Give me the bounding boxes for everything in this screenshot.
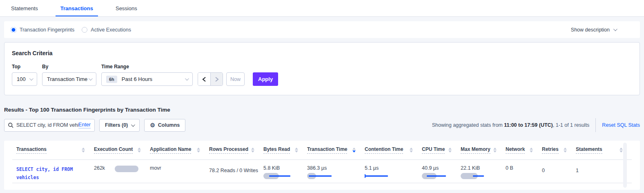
by-select[interactable]: Transaction Time bbox=[42, 72, 96, 86]
sort-icon[interactable] bbox=[619, 148, 623, 153]
bytes-read-bar bbox=[263, 173, 293, 180]
table-scrollbar[interactable] bbox=[623, 143, 627, 188]
tab-transactions[interactable]: Transactions bbox=[60, 0, 94, 16]
sort-icon[interactable] bbox=[352, 148, 356, 153]
cell-bytes-read: 5.8 KiB bbox=[263, 160, 307, 183]
chevron-down-icon bbox=[131, 123, 135, 127]
top-field: Top 100 bbox=[12, 64, 37, 86]
time-range-value: Past 6 Hours bbox=[122, 76, 152, 82]
page-content: Transaction Fingerprints Active Executio… bbox=[4, 21, 640, 190]
tab-statements[interactable]: Statements bbox=[10, 0, 39, 16]
top-select[interactable]: 100 bbox=[12, 72, 37, 86]
table-header-row: Transactions Execution Count Application… bbox=[12, 141, 632, 160]
search-box: Enter bbox=[4, 119, 95, 132]
chevron-down-icon bbox=[89, 76, 93, 81]
time-nav-group bbox=[198, 72, 223, 86]
chevron-down-icon bbox=[29, 76, 33, 81]
filters-label: Filters (0) bbox=[105, 122, 128, 128]
sort-icon[interactable] bbox=[493, 148, 497, 153]
vertical-divider bbox=[595, 118, 596, 132]
column-header-network[interactable]: Network bbox=[506, 146, 542, 154]
time-range-select[interactable]: 6h Past 6 Hours bbox=[101, 72, 193, 86]
columns-button[interactable]: ⚙ Columns bbox=[144, 119, 185, 132]
radio-label: Transaction Fingerprints bbox=[20, 27, 74, 33]
column-header-max-memory[interactable]: Max Memory bbox=[461, 146, 506, 154]
time-range-badge: 6h bbox=[106, 76, 117, 83]
view-mode-panel: Transaction Fingerprints Active Executio… bbox=[4, 21, 640, 38]
column-header-application-name[interactable]: Application Name bbox=[150, 146, 209, 154]
show-description-label: Show description bbox=[571, 27, 610, 33]
cell-cpu-time: 40.9 µs bbox=[422, 160, 461, 183]
previous-time-button[interactable] bbox=[198, 73, 210, 85]
cell-transaction-fingerprint: SELECT city, id FROM vehicles bbox=[16, 160, 94, 183]
cpu-time-bar bbox=[422, 173, 451, 180]
cell-contention-time: 5.1 µs bbox=[365, 160, 422, 183]
radio-active-executions[interactable]: Active Executions bbox=[82, 27, 131, 33]
tab-sessions[interactable]: Sessions bbox=[115, 0, 138, 16]
cell-max-memory: 22.1 KiB bbox=[461, 160, 506, 183]
sort-icon[interactable] bbox=[448, 148, 452, 153]
transaction-fingerprint-link[interactable]: SELECT city, id FROM vehicles bbox=[16, 165, 94, 182]
tab-bar: Statements Transactions Sessions bbox=[0, 0, 644, 17]
transactions-page: Statements Transactions Sessions Transac… bbox=[0, 0, 644, 190]
search-icon bbox=[8, 123, 13, 128]
now-button[interactable]: Now bbox=[226, 72, 245, 86]
radio-transaction-fingerprints[interactable]: Transaction Fingerprints bbox=[11, 27, 74, 33]
aggregated-stats-text: Showing aggregated stats from 11:00 to 1… bbox=[432, 122, 590, 128]
reset-sql-stats-link[interactable]: Reset SQL Stats bbox=[602, 122, 640, 128]
by-field: By Transaction Time bbox=[42, 64, 96, 86]
next-time-button[interactable] bbox=[210, 73, 223, 85]
sort-icon[interactable] bbox=[410, 148, 413, 153]
results-controls: Enter Filters (0) ⚙ Columns Showing aggr… bbox=[4, 118, 640, 132]
cell-execution-count: 262k bbox=[94, 160, 150, 183]
cell-application-name: movr bbox=[150, 160, 209, 183]
contention-time-bar bbox=[365, 173, 394, 180]
column-header-contention-time[interactable]: Contention Time bbox=[365, 146, 422, 154]
time-range-field: Time Range 6h Past 6 Hours bbox=[101, 64, 193, 86]
sort-icon[interactable] bbox=[82, 148, 85, 153]
column-header-transaction-time[interactable]: Transaction Time bbox=[307, 146, 365, 154]
stats-area: Showing aggregated stats from 11:00 to 1… bbox=[432, 118, 640, 132]
apply-button[interactable]: Apply bbox=[253, 72, 278, 86]
sort-icon[interactable] bbox=[295, 148, 298, 153]
search-input[interactable] bbox=[16, 122, 78, 128]
by-select-value: Transaction Time bbox=[47, 76, 87, 82]
search-criteria-title: Search Criteria bbox=[12, 50, 632, 56]
filters-button[interactable]: Filters (0) bbox=[99, 119, 140, 132]
radio-unselected-icon bbox=[82, 27, 87, 33]
cell-retries: 0 bbox=[542, 160, 576, 183]
time-range-label: Time Range bbox=[101, 64, 193, 70]
chevron-left-icon bbox=[202, 77, 206, 82]
sort-icon[interactable] bbox=[564, 148, 567, 153]
cell-transaction-time: 386.3 µs bbox=[307, 160, 365, 183]
column-header-rows-processed[interactable]: Rows Processed bbox=[209, 146, 263, 154]
sort-icon[interactable] bbox=[251, 148, 254, 153]
radio-label: Active Executions bbox=[91, 27, 131, 33]
max-memory-bar bbox=[461, 173, 490, 180]
column-header-transactions[interactable]: Transactions bbox=[16, 146, 94, 154]
sort-icon[interactable] bbox=[138, 148, 141, 153]
radio-selected-icon bbox=[11, 27, 16, 33]
chevron-down-icon bbox=[613, 27, 617, 31]
columns-label: Columns bbox=[158, 122, 180, 128]
column-header-retries[interactable]: Retries bbox=[542, 146, 576, 154]
by-field-label: By bbox=[42, 64, 96, 70]
top-field-label: Top bbox=[12, 64, 37, 70]
search-criteria-card: Search Criteria Top 100 By Transaction T… bbox=[4, 42, 640, 95]
column-header-bytes-read[interactable]: Bytes Read bbox=[263, 146, 307, 154]
column-header-execution-count[interactable]: Execution Count bbox=[94, 146, 150, 154]
transactions-table: Transactions Execution Count Application… bbox=[4, 141, 640, 190]
execution-count-bar bbox=[115, 166, 138, 172]
chevron-down-icon bbox=[185, 76, 189, 81]
gear-icon: ⚙ bbox=[150, 122, 155, 128]
sort-icon[interactable] bbox=[530, 148, 533, 153]
column-header-cpu-time[interactable]: CPU Time bbox=[422, 146, 461, 154]
cell-rows-processed: 78.2 Reads / 0 Writes bbox=[209, 160, 263, 183]
sort-icon[interactable] bbox=[197, 148, 200, 153]
top-select-value: 100 bbox=[17, 76, 26, 82]
table-row: SELECT city, id FROM vehicles 262k movr … bbox=[12, 160, 632, 183]
enter-hint[interactable]: Enter bbox=[78, 122, 91, 128]
cell-network: 0 B bbox=[506, 160, 542, 183]
transaction-time-bar bbox=[307, 173, 336, 180]
show-description-toggle[interactable]: Show description bbox=[571, 27, 616, 33]
